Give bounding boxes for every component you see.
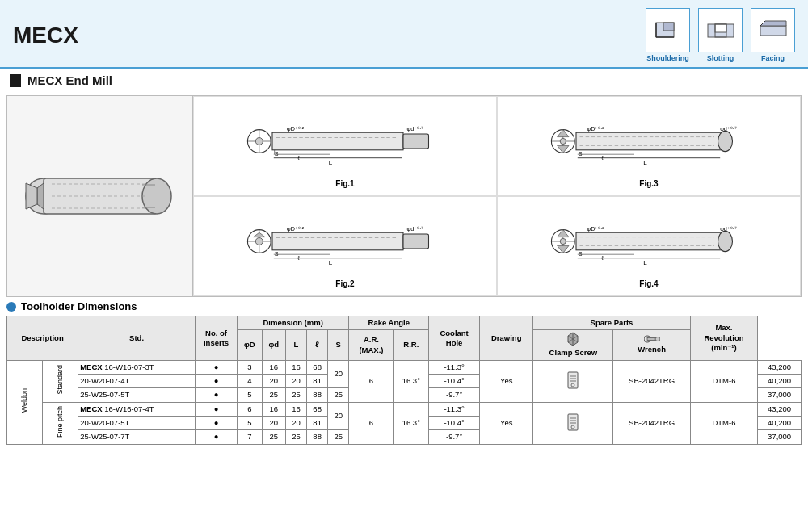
phid-16-3T: 16 — [285, 360, 306, 374]
fig2-svg: φD⁺⁰·² φd⁺⁰·⁷ S L ℓ — [236, 205, 454, 278]
rev-fp-20-5T: 40,200 — [758, 417, 802, 430]
svg-marker-16 — [37, 183, 44, 209]
model-16-3T: MECX 16-W16-07-3T — [78, 360, 196, 374]
svg-rect-58 — [272, 232, 403, 250]
svg-text:S: S — [579, 250, 583, 258]
slotting-icon — [705, 15, 737, 47]
S-fp: 6 — [349, 402, 393, 444]
header-wrench: Wrench — [613, 330, 690, 360]
l-std-12: 20 — [328, 360, 349, 388]
svg-marker-57 — [254, 232, 265, 237]
header-phi-D: φD — [238, 330, 263, 360]
phiD-fp-16-4T: 16 — [262, 402, 285, 416]
rr-20-4T: -10.4° — [429, 375, 480, 388]
header-clamp: Clamp Screw — [533, 330, 613, 360]
page-header: MECX Shouldering Sl — [0, 0, 808, 69]
S-std: 6 — [349, 360, 393, 402]
facing-icon-box — [751, 8, 795, 52]
drawing-std — [533, 360, 613, 402]
phiD-20-4T: 20 — [262, 375, 285, 388]
fig3-svg: φD⁺⁰·² φd⁺⁰·⁷ S L ℓ — [540, 105, 758, 178]
svg-rect-98 — [568, 414, 578, 430]
header-coolant: CoolantHole — [429, 316, 480, 361]
l-25-5T: 25 — [328, 388, 349, 402]
svg-text:S: S — [275, 250, 279, 258]
slotting-icon-box — [698, 8, 743, 52]
header-std: Std. — [78, 316, 196, 361]
header-drawing: Drawing — [480, 316, 533, 361]
svg-point-23 — [255, 137, 263, 145]
svg-text:S: S — [275, 150, 279, 157]
svg-rect-42 — [576, 132, 722, 150]
svg-rect-7 — [760, 26, 786, 36]
L-20-4T: 81 — [307, 375, 328, 388]
model-fp-25-7T: 25-W25-07-7T — [78, 430, 196, 444]
rr-16-3T: -11.3° — [429, 360, 480, 374]
svg-rect-5 — [715, 24, 726, 32]
std-16-3T: ● — [195, 360, 237, 374]
header-phi-d: φd — [262, 330, 285, 360]
drawing-fp — [533, 402, 613, 444]
inserts-25-5T: 5 — [238, 388, 263, 402]
phid-25-5T: 25 — [285, 388, 306, 402]
model-fp-16-4T: MECX 16-W16-07-4T — [78, 402, 196, 416]
section1-title-bar: MECX End Mill — [0, 69, 808, 92]
phid-fp-25-7T: 25 — [285, 430, 306, 444]
svg-rect-24 — [272, 132, 403, 150]
coolant-std: Yes — [480, 360, 533, 402]
page-title: MECX — [13, 23, 78, 48]
fig3-label: Fig.3 — [639, 179, 658, 188]
std-20-4T: ● — [195, 375, 237, 388]
L-25-5T: 88 — [307, 388, 328, 402]
l-fp-25-7T: 25 — [328, 430, 349, 444]
header-rr: R.R. — [393, 330, 429, 360]
ar-std: 16.3° — [393, 360, 429, 402]
facing-label: Facing — [761, 54, 785, 62]
shouldering-icon — [652, 15, 684, 47]
svg-point-45 — [718, 131, 733, 151]
header-l: ℓ — [307, 330, 328, 360]
wrench-std: DTM-6 — [690, 360, 757, 402]
model-fp-20-5T: 20-W20-07-5T — [78, 417, 196, 430]
header-ar: A.R.(MAX.) — [349, 330, 393, 360]
wrench-icon — [644, 335, 660, 343]
inserts-20-4T: 4 — [238, 375, 263, 388]
application-icons: Shouldering Slotting Facing — [646, 8, 795, 62]
facing-icon — [757, 15, 789, 47]
L-fp-20-5T: 81 — [307, 417, 328, 430]
drawing-icon-std — [562, 369, 584, 392]
product-photo-svg — [19, 115, 181, 277]
L-fp-16-4T: 68 — [307, 402, 328, 416]
table-row: Fine pitch MECX 16-W16-07-4T ● 6 16 16 6… — [7, 402, 802, 416]
svg-point-92 — [655, 337, 660, 341]
rev-fp-16-4T: 43,200 — [758, 402, 802, 416]
inserts-16-3T: 3 — [238, 360, 263, 374]
header-S: S — [328, 330, 349, 360]
svg-rect-93 — [568, 372, 578, 388]
wrench-fp: DTM-6 — [690, 402, 757, 444]
phiD-fp-20-5T: 20 — [262, 417, 285, 430]
section1-title: MECX End Mill — [27, 73, 112, 87]
svg-point-39 — [560, 138, 566, 144]
rr-25-5T: -9.7° — [429, 388, 480, 402]
header-spare: Spare Parts — [533, 316, 690, 330]
phid-fp-20-5T: 20 — [285, 417, 306, 430]
svg-point-72 — [560, 238, 566, 244]
svg-text:φd⁺⁰·⁷: φd⁺⁰·⁷ — [720, 125, 737, 132]
svg-text:L: L — [643, 258, 647, 266]
section-dot — [6, 302, 16, 312]
fig4-cell: φD⁺⁰·² φd⁺⁰·⁷ S L ℓ Fig.4 — [497, 196, 801, 296]
fig2-label: Fig.2 — [335, 279, 354, 288]
svg-text:φd⁺⁰·⁷: φd⁺⁰·⁷ — [407, 125, 424, 132]
header-dimension: Dimension (mm) — [238, 316, 349, 330]
svg-text:φD⁺⁰·²: φD⁺⁰·² — [287, 125, 305, 132]
svg-text:φd⁺⁰·⁷: φd⁺⁰·⁷ — [407, 225, 424, 232]
svg-rect-27 — [403, 134, 429, 149]
header-rake: Rake Angle — [349, 316, 429, 330]
phiD-16-3T: 16 — [262, 360, 285, 374]
svg-marker-17 — [26, 183, 37, 209]
inserts-fp-16-4T: 6 — [238, 402, 263, 416]
std-fp-20-5T: ● — [195, 417, 237, 430]
pitch-standard: Standard — [43, 360, 78, 402]
coolant-fp: Yes — [480, 402, 533, 444]
